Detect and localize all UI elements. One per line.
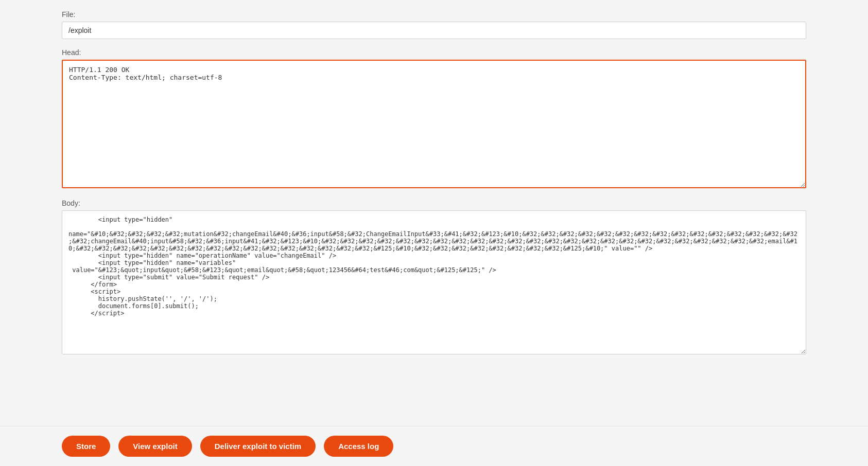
view-exploit-button[interactable]: View exploit — [118, 436, 192, 457]
head-textarea[interactable] — [62, 60, 806, 188]
body-label: Body: — [62, 199, 806, 207]
file-input[interactable] — [62, 22, 806, 39]
store-button[interactable]: Store — [62, 436, 110, 457]
head-label: Head: — [62, 48, 806, 57]
body-textarea[interactable] — [62, 210, 806, 354]
access-log-button[interactable]: Access log — [324, 436, 393, 457]
deliver-exploit-button[interactable]: Deliver exploit to victim — [200, 436, 316, 457]
file-label: File: — [62, 10, 806, 19]
bottom-bar: Store View exploit Deliver exploit to vi… — [0, 426, 868, 466]
